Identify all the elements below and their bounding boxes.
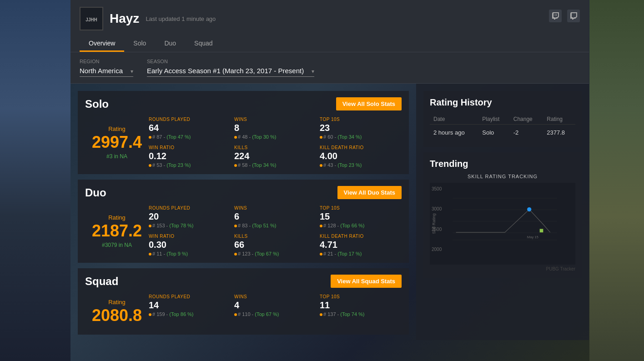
- trending-title: Trending: [430, 159, 575, 169]
- solo-rating-col: Rating 2997.4 #3 in NA: [85, 117, 149, 168]
- stat-item: WIN RATIO 0.12 # 53 - (Top 23 %): [149, 145, 231, 168]
- stat-name: ROUNDS PLAYED: [149, 117, 231, 122]
- stat-rank: # 83 - (Top 51 %): [234, 223, 316, 228]
- chart-title: SKILL RATING TRACKING: [430, 174, 575, 179]
- skill-rating-label: Skill Rating: [432, 213, 436, 234]
- stat-value: 15: [320, 211, 402, 222]
- left-panel: Solo View All Solo Stats Rating 2997.4 #…: [70, 84, 416, 340]
- stat-item: WINS 6 # 83 - (Top 51 %): [234, 206, 316, 228]
- stat-value: 20: [149, 211, 231, 222]
- squad-rating-col: Rating 2080.8: [85, 294, 149, 328]
- stream-icon[interactable]: [567, 10, 580, 22]
- season-select-wrapper[interactable]: Early Access Season #1 (March 23, 2017 -…: [147, 66, 314, 77]
- y-label-2000: 2000: [432, 247, 442, 252]
- stat-name: ROUNDS PLAYED: [149, 294, 231, 299]
- header-icons: [549, 10, 580, 28]
- trending-section: Trending SKILL RATING TRACKING 3500 3000…: [423, 152, 582, 278]
- stat-rank: # 53 - (Top 23 %): [149, 162, 231, 168]
- stat-rank: # 58 - (Top 34 %): [234, 162, 316, 168]
- stat-item: WINS 4 # 110 - (Top 67 %): [234, 294, 316, 328]
- stat-rank: # 123 - (Top 67 %): [234, 251, 316, 256]
- squad-stats-body: Rating 2080.8 ROUNDS PLAYED 14 # 159 - (…: [85, 294, 402, 328]
- stat-rank: # 48 - (Top 30 %): [234, 134, 316, 140]
- stat-value: 6: [234, 211, 316, 222]
- stat-item: WIN RATIO 0.30 # 11 - (Top 9 %): [149, 234, 231, 256]
- cell-change: -2: [510, 125, 543, 141]
- chart-watermark: PUBG Tracker: [430, 266, 575, 271]
- nav-tabs: Overview Solo Duo Squad: [80, 36, 580, 52]
- stat-rank: # 60 - (Top 34 %): [320, 134, 402, 140]
- stat-value: 224: [234, 151, 316, 161]
- solo-rating-rank: #3 in NA: [106, 153, 127, 160]
- cell-date: 2 hours ago: [430, 125, 478, 141]
- duo-section: Duo View All Duo Stats Rating 2187.2 #30…: [78, 180, 409, 263]
- col-rating: Rating: [543, 114, 575, 125]
- stat-name: WIN RATIO: [149, 145, 231, 150]
- content-area: Solo View All Solo Stats Rating 2997.4 #…: [70, 84, 589, 340]
- stat-name: KILLS: [234, 234, 316, 239]
- twitch-icon[interactable]: [549, 10, 562, 22]
- stat-value: 4.71: [320, 240, 402, 250]
- stat-item: TOP 10S 23 # 60 - (Top 34 %): [320, 117, 402, 140]
- tab-solo[interactable]: Solo: [124, 36, 155, 52]
- stat-name: KILLS: [234, 145, 316, 150]
- stat-name: KILL DEATH RATIO: [320, 145, 402, 150]
- duo-rating-col: Rating 2187.2 #3079 in NA: [85, 206, 149, 256]
- season-select[interactable]: Early Access Season #1 (March 23, 2017 -…: [147, 66, 314, 77]
- stat-item: ROUNDS PLAYED 64 # 87 - (Top 47 %): [149, 117, 231, 140]
- stat-rank: # 43 - (Top 23 %): [320, 162, 402, 168]
- stat-name: WINS: [234, 117, 316, 122]
- stat-item: TOP 10S 15 # 128 - (Top 66 %): [320, 206, 402, 228]
- background-left: [0, 0, 70, 361]
- filter-bar: Region North America Europe Asia Season …: [70, 52, 589, 84]
- stat-value: 8: [234, 123, 316, 133]
- tab-overview[interactable]: Overview: [80, 36, 124, 52]
- stat-rank: # 153 - (Top 78 %): [149, 223, 231, 228]
- stat-name: TOP 10S: [320, 117, 402, 122]
- region-filter-group: Region North America Europe Asia: [80, 59, 133, 77]
- stat-item: KILLS 224 # 58 - (Top 34 %): [234, 145, 316, 168]
- svg-rect-8: [540, 229, 543, 232]
- duo-title: Duo: [85, 186, 106, 199]
- cell-playlist: Solo: [478, 125, 509, 141]
- stat-value: 4.00: [320, 151, 402, 161]
- squad-rating-value: 2080.8: [92, 307, 142, 324]
- rating-history-title: Rating History: [430, 97, 575, 108]
- stat-item: KILL DEATH RATIO 4.71 # 21 - (Top 17 %): [320, 234, 402, 256]
- svg-text:May  15: May 15: [527, 235, 538, 239]
- solo-stats-grid: ROUNDS PLAYED 64 # 87 - (Top 47 %) WINS …: [149, 117, 402, 168]
- duo-rating-label: Rating: [108, 214, 126, 221]
- stat-rank: # 21 - (Top 17 %): [320, 251, 402, 256]
- stat-rank: # 87 - (Top 47 %): [149, 134, 231, 140]
- season-label: Season: [147, 59, 314, 64]
- view-all-duo-button[interactable]: View All Duo Stats: [337, 186, 402, 199]
- region-label: Region: [80, 59, 133, 64]
- stat-name: ROUNDS PLAYED: [149, 206, 231, 211]
- stat-rank: # 11 - (Top 9 %): [149, 251, 231, 256]
- main-container: JJHH Hayz Last updated 1 minute ago: [70, 0, 589, 340]
- stat-value: 14: [149, 300, 231, 311]
- stat-name: WIN RATIO: [149, 234, 231, 239]
- view-all-squad-button[interactable]: View All Squad Stats: [331, 275, 402, 288]
- tab-squad[interactable]: Squad: [185, 36, 221, 52]
- season-filter-group: Season Early Access Season #1 (March 23,…: [147, 59, 314, 77]
- cell-rating: 2377.8: [543, 125, 575, 141]
- squad-section: Squad View All Squad Stats Rating 2080.8…: [78, 268, 409, 335]
- duo-stats-grid: ROUNDS PLAYED 20 # 153 - (Top 78 %) WINS…: [149, 206, 402, 256]
- squad-title: Squad: [85, 275, 118, 288]
- player-name: Hayz: [110, 11, 139, 26]
- region-select[interactable]: North America Europe Asia: [80, 66, 133, 77]
- duo-section-header: Duo View All Duo Stats: [85, 186, 402, 199]
- stat-rank: # 128 - (Top 66 %): [320, 223, 402, 228]
- avatar: JJHH: [80, 7, 103, 30]
- tab-duo[interactable]: Duo: [155, 36, 185, 52]
- col-change: Change: [510, 114, 543, 125]
- stat-rank: # 110 - (Top 67 %): [234, 311, 316, 317]
- view-all-solo-button[interactable]: View All Solo Stats: [336, 97, 402, 110]
- solo-rating-value: 2997.4: [92, 134, 142, 150]
- col-date: Date: [430, 114, 478, 125]
- squad-stats-grid: ROUNDS PLAYED 14 # 159 - (Top 86 %) WINS…: [149, 294, 402, 328]
- table-row: 2 hours ago Solo -2 2377.8: [430, 125, 575, 141]
- region-select-wrapper[interactable]: North America Europe Asia: [80, 66, 133, 77]
- stat-value: 0.12: [149, 151, 231, 161]
